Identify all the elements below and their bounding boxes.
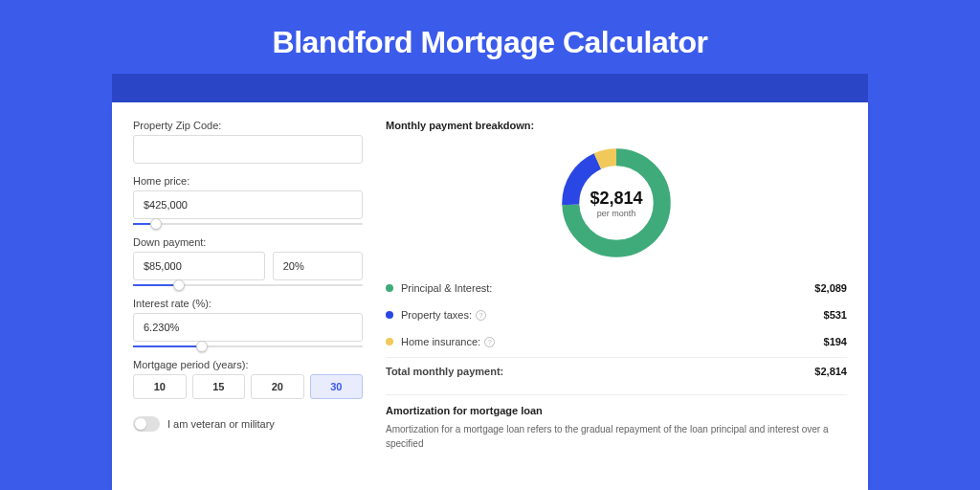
info-icon[interactable]: ? [484, 337, 495, 347]
down-payment-group: Down payment: [133, 236, 363, 286]
info-icon[interactable]: ? [476, 310, 486, 321]
row-value: $194 [824, 336, 847, 347]
period-label: Mortgage period (years): [133, 359, 363, 370]
interest-input[interactable] [133, 313, 363, 342]
row-label-text: Property taxes: [401, 309, 472, 321]
form-panel: Property Zip Code: Home price: Down paym… [133, 120, 363, 490]
interest-label: Interest rate (%): [133, 298, 363, 309]
breakdown-head: Monthly payment breakdown: [386, 120, 847, 131]
home-price-label: Home price: [133, 175, 363, 187]
row-label: Principal & Interest: [401, 282, 814, 294]
breakdown-rows: Principal & Interest: $2,089 Property ta… [386, 275, 847, 385]
period-buttons: 10 15 20 30 [133, 374, 363, 399]
home-price-slider[interactable] [133, 223, 363, 225]
military-row: I am veteran or military [133, 416, 363, 432]
total-value: $2,814 [814, 366, 847, 377]
dot-icon [386, 311, 393, 319]
amortization-head: Amortization for mortgage loan [386, 405, 847, 416]
amortization-text: Amortization for a mortgage loan refers … [386, 422, 847, 451]
dot-icon [386, 338, 393, 345]
row-value: $2,089 [814, 282, 847, 294]
row-insurance: Home insurance: ? $194 [386, 328, 847, 355]
zip-input[interactable] [133, 135, 363, 164]
interest-group: Interest rate (%): [133, 298, 363, 347]
row-value: $531 [824, 309, 847, 321]
breakdown-panel: Monthly payment breakdown: $2,814 per mo… [386, 120, 847, 490]
donut-amount: $2,814 [590, 189, 642, 209]
interest-slider[interactable] [133, 345, 363, 347]
row-taxes: Property taxes: ? $531 [386, 301, 847, 328]
military-label: I am veteran or military [167, 418, 275, 430]
row-label: Property taxes: ? [401, 309, 824, 321]
calculator-card: Property Zip Code: Home price: Down paym… [112, 102, 868, 490]
down-payment-input[interactable] [133, 252, 265, 280]
zip-label: Property Zip Code: [133, 120, 363, 131]
home-price-input[interactable] [133, 190, 363, 219]
period-10[interactable]: 10 [133, 374, 187, 399]
dot-icon [386, 284, 393, 292]
donut-sub: per month [597, 209, 636, 218]
donut-chart: $2,814 per month [556, 143, 677, 263]
down-payment-slider[interactable] [133, 284, 363, 286]
header-band [112, 74, 868, 102]
down-payment-label: Down payment: [133, 236, 363, 248]
down-payment-pct-input[interactable] [273, 252, 363, 280]
period-30[interactable]: 30 [310, 374, 364, 399]
divider [386, 394, 847, 395]
home-price-group: Home price: [133, 175, 363, 225]
zip-group: Property Zip Code: [133, 120, 363, 164]
period-group: Mortgage period (years): 10 15 20 30 [133, 359, 363, 399]
row-total: Total monthly payment: $2,814 [386, 357, 847, 385]
donut-wrap: $2,814 per month [386, 137, 847, 275]
row-principal: Principal & Interest: $2,089 [386, 275, 847, 301]
row-label-text: Home insurance: [401, 336, 480, 347]
military-toggle[interactable] [133, 416, 160, 432]
period-15[interactable]: 15 [192, 374, 246, 399]
page-title: Blandford Mortgage Calculator [273, 25, 708, 60]
total-label: Total monthly payment: [386, 366, 814, 377]
period-20[interactable]: 20 [251, 374, 304, 399]
row-label: Home insurance: ? [401, 336, 824, 347]
